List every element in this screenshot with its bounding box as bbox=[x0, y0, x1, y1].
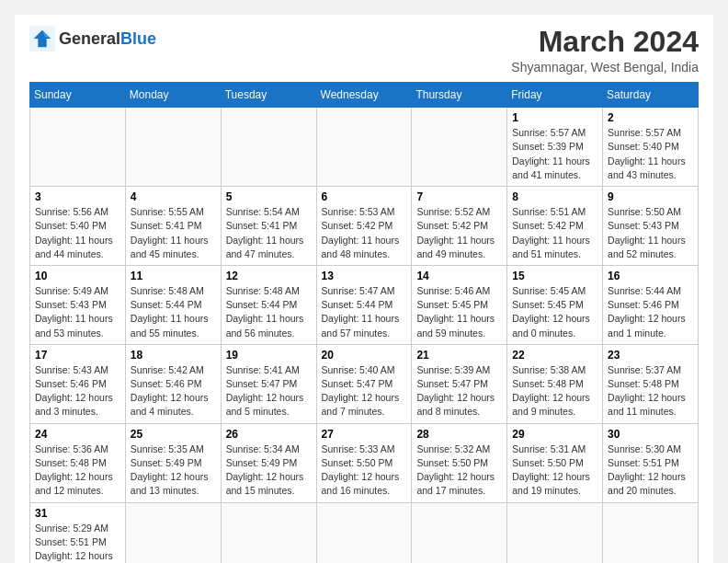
calendar-cell bbox=[221, 108, 316, 187]
calendar-cell: 22Sunrise: 5:38 AMSunset: 5:48 PMDayligh… bbox=[507, 344, 603, 423]
header-wednesday: Wednesday bbox=[316, 83, 412, 108]
calendar-cell: 23Sunrise: 5:37 AMSunset: 5:48 PMDayligh… bbox=[603, 344, 699, 423]
day-number: 19 bbox=[226, 349, 312, 362]
header-thursday: Thursday bbox=[412, 83, 507, 108]
calendar-cell: 15Sunrise: 5:45 AMSunset: 5:45 PMDayligh… bbox=[507, 265, 603, 344]
day-number: 13 bbox=[322, 270, 407, 282]
day-number: 11 bbox=[131, 270, 216, 282]
day-number: 6 bbox=[322, 190, 407, 203]
calendar-cell: 29Sunrise: 5:31 AMSunset: 5:50 PMDayligh… bbox=[507, 423, 603, 502]
day-number: 20 bbox=[322, 349, 407, 362]
header: GeneralBlue March 2024 Shyamnagar, West … bbox=[29, 26, 699, 75]
day-info: Sunrise: 5:57 AMSunset: 5:40 PMDaylight:… bbox=[608, 126, 693, 182]
day-number: 17 bbox=[35, 349, 120, 362]
calendar-cell: 13Sunrise: 5:47 AMSunset: 5:44 PMDayligh… bbox=[316, 265, 412, 344]
calendar-cell: 6Sunrise: 5:53 AMSunset: 5:42 PMDaylight… bbox=[316, 187, 412, 266]
calendar-cell: 17Sunrise: 5:43 AMSunset: 5:46 PMDayligh… bbox=[30, 344, 126, 423]
day-number: 30 bbox=[608, 428, 693, 441]
day-number: 1 bbox=[512, 111, 597, 124]
calendar-cell: 25Sunrise: 5:35 AMSunset: 5:49 PMDayligh… bbox=[125, 423, 221, 502]
day-info: Sunrise: 5:42 AMSunset: 5:46 PMDaylight:… bbox=[131, 363, 216, 419]
page: GeneralBlue March 2024 Shyamnagar, West … bbox=[15, 15, 713, 563]
day-info: Sunrise: 5:31 AMSunset: 5:50 PMDaylight:… bbox=[512, 442, 597, 499]
day-number: 3 bbox=[35, 190, 120, 203]
day-info: Sunrise: 5:39 AMSunset: 5:47 PMDaylight:… bbox=[416, 363, 502, 419]
calendar-cell bbox=[125, 502, 221, 563]
calendar-cell: 20Sunrise: 5:40 AMSunset: 5:47 PMDayligh… bbox=[316, 344, 412, 423]
day-number: 26 bbox=[226, 428, 312, 441]
day-number: 5 bbox=[226, 190, 312, 203]
day-number: 27 bbox=[322, 428, 407, 441]
calendar-cell: 30Sunrise: 5:30 AMSunset: 5:51 PMDayligh… bbox=[603, 423, 699, 502]
calendar-cell: 31Sunrise: 5:29 AMSunset: 5:51 PMDayligh… bbox=[30, 502, 126, 563]
day-number: 28 bbox=[416, 428, 502, 441]
calendar-cell bbox=[316, 108, 412, 187]
day-number: 24 bbox=[35, 428, 120, 441]
calendar-cell: 26Sunrise: 5:34 AMSunset: 5:49 PMDayligh… bbox=[221, 423, 316, 502]
day-info: Sunrise: 5:48 AMSunset: 5:44 PMDaylight:… bbox=[131, 284, 216, 340]
day-info: Sunrise: 5:36 AMSunset: 5:48 PMDaylight:… bbox=[35, 442, 120, 499]
day-info: Sunrise: 5:57 AMSunset: 5:39 PMDaylight:… bbox=[512, 126, 597, 182]
day-number: 2 bbox=[608, 111, 693, 124]
day-info: Sunrise: 5:38 AMSunset: 5:48 PMDaylight:… bbox=[512, 363, 597, 419]
calendar-title: March 2024 bbox=[511, 26, 699, 58]
day-info: Sunrise: 5:45 AMSunset: 5:45 PMDaylight:… bbox=[512, 284, 597, 340]
day-info: Sunrise: 5:33 AMSunset: 5:50 PMDaylight:… bbox=[322, 442, 407, 499]
calendar-cell: 1Sunrise: 5:57 AMSunset: 5:39 PMDaylight… bbox=[507, 108, 603, 187]
day-number: 10 bbox=[35, 270, 120, 282]
calendar-week-5: 24Sunrise: 5:36 AMSunset: 5:48 PMDayligh… bbox=[30, 423, 699, 502]
calendar-cell bbox=[316, 502, 412, 563]
day-number: 25 bbox=[131, 428, 216, 441]
calendar-cell bbox=[412, 108, 507, 187]
calendar-cell bbox=[507, 502, 603, 563]
calendar-cell: 24Sunrise: 5:36 AMSunset: 5:48 PMDayligh… bbox=[30, 423, 126, 502]
calendar-week-2: 3Sunrise: 5:56 AMSunset: 5:40 PMDaylight… bbox=[30, 187, 699, 266]
day-number: 15 bbox=[512, 270, 597, 282]
day-info: Sunrise: 5:30 AMSunset: 5:51 PMDaylight:… bbox=[608, 442, 693, 499]
calendar-cell: 8Sunrise: 5:51 AMSunset: 5:42 PMDaylight… bbox=[507, 187, 603, 266]
day-number: 14 bbox=[416, 270, 502, 282]
day-info: Sunrise: 5:44 AMSunset: 5:46 PMDaylight:… bbox=[608, 284, 693, 340]
day-info: Sunrise: 5:43 AMSunset: 5:46 PMDaylight:… bbox=[35, 363, 120, 419]
day-info: Sunrise: 5:46 AMSunset: 5:45 PMDaylight:… bbox=[416, 284, 502, 340]
header-sunday: Sunday bbox=[30, 83, 126, 108]
header-tuesday: Tuesday bbox=[221, 83, 316, 108]
day-info: Sunrise: 5:56 AMSunset: 5:40 PMDaylight:… bbox=[35, 205, 120, 261]
day-info: Sunrise: 5:51 AMSunset: 5:42 PMDaylight:… bbox=[512, 205, 597, 261]
day-number: 12 bbox=[226, 270, 312, 282]
calendar-cell: 16Sunrise: 5:44 AMSunset: 5:46 PMDayligh… bbox=[603, 265, 699, 344]
day-info: Sunrise: 5:34 AMSunset: 5:49 PMDaylight:… bbox=[226, 442, 312, 499]
calendar-subtitle: Shyamnagar, West Bengal, India bbox=[511, 60, 699, 75]
generalblue-logo-icon bbox=[29, 26, 55, 52]
day-info: Sunrise: 5:50 AMSunset: 5:43 PMDaylight:… bbox=[608, 205, 693, 261]
calendar-cell: 7Sunrise: 5:52 AMSunset: 5:42 PMDaylight… bbox=[412, 187, 507, 266]
header-monday: Monday bbox=[125, 83, 221, 108]
calendar-cell: 4Sunrise: 5:55 AMSunset: 5:41 PMDaylight… bbox=[125, 187, 221, 266]
day-number: 8 bbox=[512, 190, 597, 203]
calendar-week-4: 17Sunrise: 5:43 AMSunset: 5:46 PMDayligh… bbox=[30, 344, 699, 423]
day-number: 7 bbox=[416, 190, 502, 203]
calendar-week-6: 31Sunrise: 5:29 AMSunset: 5:51 PMDayligh… bbox=[30, 502, 699, 563]
day-info: Sunrise: 5:41 AMSunset: 5:47 PMDaylight:… bbox=[226, 363, 312, 419]
calendar-cell: 11Sunrise: 5:48 AMSunset: 5:44 PMDayligh… bbox=[125, 265, 221, 344]
calendar-week-3: 10Sunrise: 5:49 AMSunset: 5:43 PMDayligh… bbox=[30, 265, 699, 344]
calendar-cell bbox=[221, 502, 316, 563]
day-info: Sunrise: 5:37 AMSunset: 5:48 PMDaylight:… bbox=[608, 363, 693, 419]
day-number: 4 bbox=[131, 190, 216, 203]
day-info: Sunrise: 5:52 AMSunset: 5:42 PMDaylight:… bbox=[416, 205, 502, 261]
calendar-cell: 3Sunrise: 5:56 AMSunset: 5:40 PMDaylight… bbox=[30, 187, 126, 266]
calendar-cell: 21Sunrise: 5:39 AMSunset: 5:47 PMDayligh… bbox=[412, 344, 507, 423]
day-info: Sunrise: 5:53 AMSunset: 5:42 PMDaylight:… bbox=[322, 205, 407, 261]
calendar-cell: 18Sunrise: 5:42 AMSunset: 5:46 PMDayligh… bbox=[125, 344, 221, 423]
calendar-cell bbox=[125, 108, 221, 187]
calendar-cell bbox=[30, 108, 126, 187]
calendar-table: Sunday Monday Tuesday Wednesday Thursday… bbox=[29, 82, 699, 563]
day-number: 21 bbox=[416, 349, 502, 362]
calendar-cell: 10Sunrise: 5:49 AMSunset: 5:43 PMDayligh… bbox=[30, 265, 126, 344]
calendar-cell: 28Sunrise: 5:32 AMSunset: 5:50 PMDayligh… bbox=[412, 423, 507, 502]
logo-text: GeneralBlue bbox=[59, 30, 156, 47]
calendar-cell bbox=[412, 502, 507, 563]
day-number: 9 bbox=[608, 190, 693, 203]
calendar-cell: 19Sunrise: 5:41 AMSunset: 5:47 PMDayligh… bbox=[221, 344, 316, 423]
calendar-week-1: 1Sunrise: 5:57 AMSunset: 5:39 PMDaylight… bbox=[30, 108, 699, 187]
